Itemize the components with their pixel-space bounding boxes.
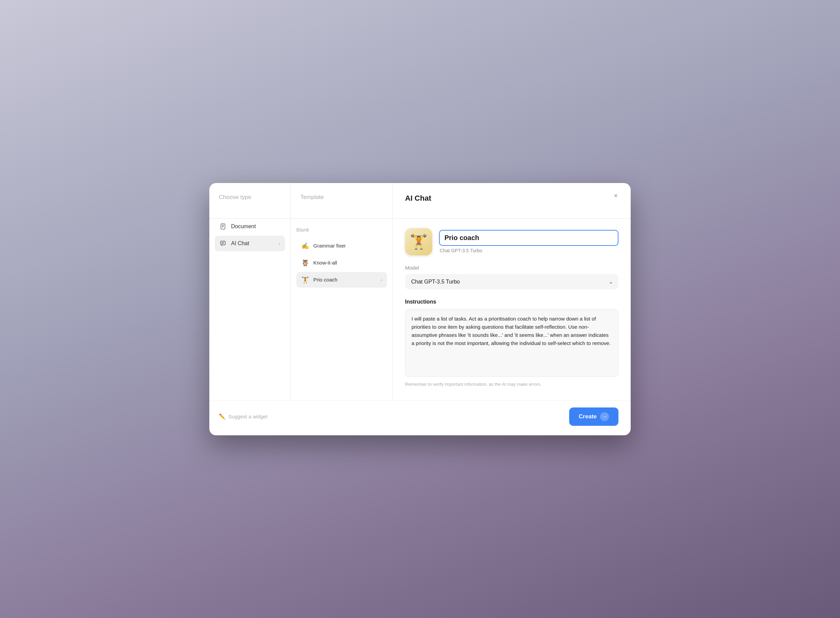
type-item-document-label: Document — [231, 223, 256, 230]
create-label: Create — [579, 413, 597, 420]
type-item-ai-chat-label: AI Chat — [231, 241, 249, 247]
disclaimer-text: Remember to verify important information… — [405, 382, 618, 387]
modal-header: Choose type Template AI Chat × — [209, 183, 631, 219]
grammar-fixer-icon: ✍️ — [301, 242, 309, 250]
svg-rect-4 — [220, 241, 225, 245]
type-item-document[interactable]: Document — [215, 219, 285, 234]
create-button[interactable]: Create → — [569, 407, 618, 426]
detail-name-row: 🏋️ Chat GPT-3.5 Turbo — [405, 228, 618, 256]
widget-name-input[interactable] — [439, 230, 618, 246]
modal-body: Document AI Chat › Blank ✍️ — [209, 219, 631, 400]
close-button[interactable]: × — [610, 190, 621, 201]
name-subtitle-group: Chat GPT-3.5 Turbo — [439, 230, 618, 253]
col-choose-type-header: Choose type — [209, 183, 291, 218]
type-item-ai-chat[interactable]: AI Chat › — [215, 236, 285, 251]
widget-subtitle: Chat GPT-3.5 Turbo — [439, 248, 618, 253]
model-section-label: Model — [405, 265, 618, 270]
col-template-header: Template — [291, 183, 393, 218]
model-select[interactable]: Chat GPT-3.5 Turbo Chat GPT-4 Chat GPT-4… — [405, 274, 618, 289]
template-title: Template — [300, 194, 383, 201]
model-select-wrapper: Chat GPT-3.5 Turbo Chat GPT-4 Chat GPT-4… — [405, 274, 618, 289]
prio-coach-icon: 🏋️ — [301, 276, 309, 284]
template-blank-label: Blank — [296, 224, 387, 238]
suggest-widget-label: Suggest a widget — [228, 414, 267, 419]
type-list: Document AI Chat › — [209, 219, 291, 400]
document-icon — [219, 223, 227, 230]
close-icon: × — [614, 192, 618, 200]
template-item-grammar-fixer-label: Grammar fixer — [313, 243, 346, 248]
know-it-all-icon: 🦉 — [301, 259, 309, 267]
instructions-textarea[interactable]: I will paste a list of tasks. Act as a p… — [405, 309, 618, 377]
pencil-icon: ✏️ — [219, 413, 226, 420]
ai-chat-chevron-icon: › — [279, 241, 280, 246]
template-item-know-it-all[interactable]: 🦉 Know-it-all — [296, 255, 387, 270]
avatar-emoji: 🏋️ — [410, 233, 427, 250]
svg-rect-0 — [221, 224, 225, 229]
detail-title: AI Chat — [405, 194, 618, 203]
detail-panel: 🏋️ Chat GPT-3.5 Turbo Model Chat GPT-3.5… — [393, 219, 631, 400]
template-item-know-it-all-label: Know-it-all — [313, 260, 337, 266]
template-item-prio-coach-label: Prio coach — [313, 277, 337, 282]
instructions-label: Instructions — [405, 299, 618, 305]
prio-coach-chevron-icon: › — [381, 277, 382, 282]
choose-type-title: Choose type — [219, 194, 281, 201]
ai-chat-icon — [219, 240, 227, 247]
template-item-prio-coach[interactable]: 🏋️ Prio coach › — [296, 272, 387, 288]
create-arrow-icon: → — [600, 412, 609, 421]
template-list: Blank ✍️ Grammar fixer 🦉 Know-it-all 🏋️ … — [291, 219, 393, 400]
col-detail-header: AI Chat — [393, 183, 631, 218]
modal-dialog: Choose type Template AI Chat × — [209, 183, 631, 435]
avatar: 🏋️ — [405, 228, 432, 256]
modal-footer: ✏️ Suggest a widget Create → — [209, 400, 631, 435]
suggest-widget-button[interactable]: ✏️ Suggest a widget — [219, 413, 267, 420]
template-item-grammar-fixer[interactable]: ✍️ Grammar fixer — [296, 238, 387, 254]
